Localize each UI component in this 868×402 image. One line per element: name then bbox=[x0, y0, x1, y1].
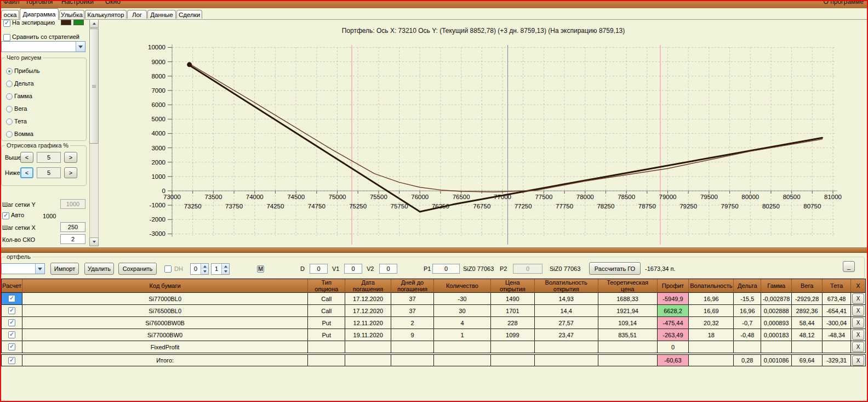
row-delete-button[interactable]: X bbox=[852, 330, 864, 340]
calc-checkbox[interactable] bbox=[8, 343, 15, 350]
expiration-checkbox[interactable] bbox=[3, 20, 10, 27]
table-cell: 1701 bbox=[491, 305, 535, 316]
scroll-down-icon[interactable] bbox=[89, 237, 99, 246]
table-row[interactable]: Si76000BW0BPut12.11.20202422827,57109,14… bbox=[1, 317, 866, 329]
calc-checkbox[interactable] bbox=[8, 307, 15, 314]
save-button[interactable]: Сохранить bbox=[118, 263, 157, 275]
scroll-up-icon[interactable] bbox=[89, 19, 99, 28]
table-cell: 0,000893 bbox=[761, 317, 792, 329]
radio-icon[interactable] bbox=[6, 93, 13, 100]
grid-step-y-input[interactable] bbox=[60, 199, 85, 209]
spin-down-icon[interactable] bbox=[222, 269, 229, 275]
v1-input[interactable] bbox=[344, 264, 362, 274]
row-delete-button[interactable]: X bbox=[852, 293, 864, 304]
sidebar-scrollbar[interactable] bbox=[89, 19, 99, 246]
spin-up-icon[interactable] bbox=[201, 264, 208, 269]
radio-icon[interactable] bbox=[6, 68, 13, 75]
row-delete-button[interactable]: X bbox=[852, 305, 864, 316]
chart-canvas[interactable]: -3000-2000-10000100020003000400050006000… bbox=[99, 18, 868, 248]
calc-checkbox[interactable] bbox=[8, 295, 15, 302]
radio-delta[interactable]: Дельта bbox=[6, 80, 34, 87]
table-row[interactable]: FixedProfit0X bbox=[1, 341, 866, 353]
scrollbar-thumb[interactable] bbox=[89, 29, 99, 144]
delete-button[interactable]: Удалить bbox=[84, 263, 114, 275]
tab-calculator[interactable]: Калькулятор bbox=[85, 10, 127, 19]
spin-down-icon[interactable] bbox=[201, 269, 208, 275]
row-delete-button[interactable]: X bbox=[852, 318, 864, 328]
above-decrease-button[interactable]: < bbox=[20, 152, 33, 163]
collapse-panel-button[interactable]: _ bbox=[843, 261, 855, 272]
strategy-combobox[interactable] bbox=[1, 41, 85, 52]
sko-count-input[interactable] bbox=[60, 234, 85, 244]
tab-trades[interactable]: Сделки bbox=[176, 10, 202, 19]
below-increase-button[interactable]: > bbox=[64, 167, 77, 178]
column-header[interactable]: Типопциона bbox=[308, 279, 345, 292]
radio-icon[interactable] bbox=[6, 106, 13, 112]
calc-checkbox[interactable] bbox=[8, 357, 15, 364]
column-header[interactable]: Код бумаги bbox=[22, 279, 308, 292]
spin-up-icon[interactable] bbox=[222, 264, 229, 269]
menu-about[interactable]: О программе bbox=[824, 1, 864, 5]
menu-settings[interactable]: Настройки bbox=[61, 1, 94, 5]
tab-diagram[interactable]: Диаграмма bbox=[20, 8, 59, 20]
column-header[interactable]: Датапогашения bbox=[345, 279, 391, 292]
table-row[interactable]: Si76500BL0Call17.12.20203730170114,41921… bbox=[1, 305, 866, 317]
calc-margin-button[interactable]: Рассчитать ГО bbox=[589, 262, 641, 275]
calc-checkbox[interactable] bbox=[8, 331, 15, 338]
dh-spinner-1[interactable]: 0 bbox=[190, 263, 209, 275]
column-header[interactable]: Профит bbox=[658, 279, 689, 292]
x-tick-label: 79500 bbox=[700, 194, 718, 200]
menu-window[interactable]: Окно bbox=[105, 1, 121, 5]
radio-label: Гамма bbox=[13, 93, 32, 99]
radio-icon[interactable] bbox=[6, 131, 13, 138]
tab-board[interactable]: оска bbox=[1, 10, 19, 19]
radio-vega[interactable]: Вега bbox=[6, 105, 27, 112]
radio-vomma[interactable]: Вомма bbox=[6, 131, 33, 138]
grid-step-x-input[interactable] bbox=[60, 222, 85, 232]
column-header[interactable]: Волатильность bbox=[689, 279, 734, 292]
v2-input[interactable] bbox=[379, 264, 397, 274]
radio-gamma[interactable]: Гамма bbox=[6, 93, 32, 100]
chevron-down-icon[interactable] bbox=[35, 264, 44, 274]
tab-log[interactable]: Лог bbox=[127, 10, 147, 19]
p1-input[interactable] bbox=[432, 264, 460, 274]
portfolio-combobox[interactable] bbox=[1, 263, 45, 274]
dh-spinner-2[interactable]: 1 bbox=[211, 263, 230, 275]
above-increase-button[interactable]: > bbox=[64, 152, 77, 163]
column-header[interactable]: Дельта bbox=[734, 279, 761, 292]
below-decrease-button[interactable]: < bbox=[20, 167, 33, 178]
tab-data[interactable]: Данные bbox=[147, 10, 176, 19]
column-header[interactable]: Волатильностьоткрытия bbox=[535, 279, 598, 292]
column-header[interactable]: Теоретическаяцена bbox=[598, 279, 658, 292]
p2-input[interactable] bbox=[513, 264, 542, 274]
horizontal-splitter[interactable] bbox=[1, 247, 867, 253]
d-input[interactable] bbox=[310, 264, 328, 274]
radio-theta[interactable]: Тета bbox=[6, 118, 27, 125]
column-header[interactable]: Дней допогашения bbox=[391, 279, 434, 292]
radio-profit[interactable]: Прибыль bbox=[6, 67, 40, 75]
compare-strategy-checkbox[interactable] bbox=[3, 34, 10, 41]
column-header[interactable]: X bbox=[851, 279, 865, 292]
menu-trading[interactable]: Торговля bbox=[25, 1, 53, 5]
table-row[interactable]: Si77000BL0Call17.12.202037-30149014,9316… bbox=[1, 293, 866, 305]
column-header[interactable]: Количество bbox=[434, 279, 491, 292]
calc-checkbox[interactable] bbox=[8, 319, 15, 326]
radio-icon[interactable] bbox=[6, 81, 13, 87]
column-header[interactable]: Тета bbox=[823, 279, 851, 292]
table-row[interactable]: Итого:-60,630,280,00108669,64-329,31X bbox=[1, 354, 866, 366]
column-header[interactable]: Вега bbox=[792, 279, 823, 292]
tab-smile[interactable]: Улыбка bbox=[59, 10, 84, 19]
menu-file[interactable]: Файл bbox=[3, 1, 20, 5]
column-header[interactable]: Ценаоткрытия bbox=[491, 279, 535, 292]
dh-checkbox[interactable] bbox=[164, 265, 172, 273]
table-cell bbox=[308, 355, 345, 366]
auto-checkbox[interactable] bbox=[2, 212, 9, 219]
radio-icon[interactable] bbox=[6, 118, 13, 125]
column-header[interactable]: Гамма bbox=[761, 279, 792, 292]
row-delete-button[interactable]: X bbox=[852, 355, 864, 366]
column-header[interactable]: Расчет bbox=[2, 279, 22, 292]
import-button[interactable]: Импорт bbox=[50, 263, 79, 275]
table-row[interactable]: Si77000BW0Put19.11.202091109923,47835,51… bbox=[1, 329, 866, 341]
chevron-down-icon[interactable] bbox=[76, 42, 85, 52]
row-delete-button[interactable]: X bbox=[852, 342, 864, 352]
